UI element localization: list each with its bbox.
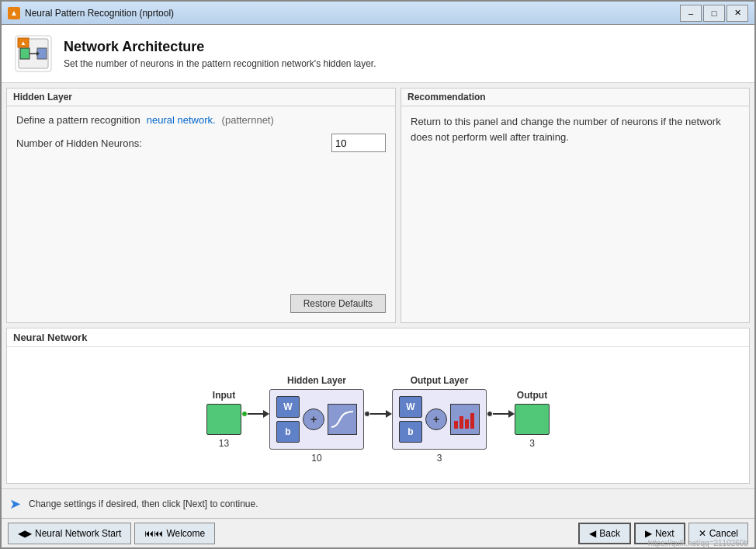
app-icon: ▲ <box>8 7 20 19</box>
hidden-layer-label: Hidden Layer <box>287 375 346 386</box>
header-text: Network Architecture Set the number of n… <box>64 39 376 69</box>
input-box <box>206 404 241 435</box>
input-label: Input <box>213 390 235 401</box>
right-panel: Recommendation Return to this panel and … <box>401 88 750 323</box>
close-button[interactable]: ✕ <box>727 5 748 22</box>
hidden-layer-group: Hidden Layer W b + <box>269 375 364 464</box>
arrow-head-3 <box>508 410 515 418</box>
func-box-hidden <box>328 404 357 435</box>
hidden-num: 10 <box>311 453 321 464</box>
input-num: 13 <box>219 438 229 449</box>
welcome-label: Welcome <box>166 528 205 539</box>
svg-text:▲: ▲ <box>20 40 26 47</box>
b-box-output: b <box>399 421 422 443</box>
nn-container: Input 13 Hidden Layer <box>206 375 550 464</box>
back-button[interactable]: ◀ Back <box>578 523 631 544</box>
output-layer-label: Output Layer <box>411 375 469 386</box>
nn-start-label: Neural Network Start <box>35 528 121 539</box>
neurons-row: Number of Hidden Neurons: <box>16 134 386 152</box>
cancel-icon: ✕ <box>699 528 706 539</box>
header: ▲ Network Architecture Set the number of… <box>2 25 754 83</box>
output-group: Output 3 <box>515 390 550 449</box>
svg-rect-12 <box>465 419 469 429</box>
cancel-label: Cancel <box>709 528 738 539</box>
patternnet-text: (patternnet) <box>222 114 274 126</box>
output-num: 3 <box>437 453 442 464</box>
arrow-line-3 <box>493 413 508 415</box>
back-icon: ◀ <box>589 528 596 539</box>
arrow-hidden-output <box>364 410 392 418</box>
sum-box-hidden: + <box>303 408 324 430</box>
left-panel: Hidden Layer Define a pattern recognitio… <box>6 88 396 323</box>
title-bar: ▲ Neural Pattern Recognition (nprtool) –… <box>2 2 754 25</box>
window-title: Neural Pattern Recognition (nprtool) <box>25 8 680 19</box>
define-row: Define a pattern recognition neural netw… <box>16 114 386 126</box>
restore-defaults-button[interactable]: Restore Defaults <box>290 294 386 313</box>
wb-stack-output: W b <box>399 396 422 443</box>
watermark: https://qulk.net/qq=2110260b <box>648 539 748 547</box>
nn-start-icon: ◀▶ <box>18 528 32 539</box>
main-window: ▲ Neural Pattern Recognition (nprtool) –… <box>0 0 756 549</box>
page-title: Network Architecture <box>64 39 376 55</box>
w-box-output: W <box>399 396 422 418</box>
arrow-head-2 <box>386 410 392 418</box>
svg-rect-11 <box>459 416 463 429</box>
neurons-input[interactable] <box>331 134 386 152</box>
define-text: Define a pattern recognition <box>16 114 140 126</box>
info-text: Change settings if desired, then click [… <box>29 499 747 509</box>
next-icon: ▶ <box>645 528 652 539</box>
dot-2 <box>364 411 370 417</box>
input-group: Input 13 <box>206 390 241 449</box>
welcome-button[interactable]: ⏮⏮ Welcome <box>134 523 215 544</box>
top-panels: Hidden Layer Define a pattern recognitio… <box>2 83 754 328</box>
svg-rect-13 <box>470 413 474 429</box>
output-box <box>515 404 550 435</box>
nn-start-button[interactable]: ◀▶ Neural Network Start <box>8 523 131 544</box>
dot-3 <box>487 411 493 417</box>
wb-stack-hidden: W b <box>276 396 300 443</box>
arrow-input-hidden <box>241 410 269 418</box>
arrow-output-final <box>487 410 515 418</box>
next-label: Next <box>655 528 675 539</box>
svg-rect-10 <box>454 421 458 429</box>
arrow-line-1 <box>248 413 263 415</box>
svg-rect-2 <box>20 48 29 59</box>
footer-left: ◀▶ Neural Network Start ⏮⏮ Welcome <box>8 523 215 544</box>
neural-network-link[interactable]: neural network. <box>147 114 216 126</box>
network-section: Neural Network Input 13 <box>6 328 750 484</box>
output-layer-group: Output Layer W b + <box>392 375 487 464</box>
bottom-bar: ➤ Change settings if desired, then click… <box>2 488 754 518</box>
output-right-num: 3 <box>529 438 535 449</box>
network-title: Neural Network <box>7 328 749 347</box>
arrow-line-2 <box>370 413 386 415</box>
back-label: Back <box>599 528 620 539</box>
dot-1 <box>241 411 248 417</box>
b-box-hidden: b <box>276 421 300 443</box>
output-label: Output <box>517 390 547 401</box>
left-panel-body: Define a pattern recognition neural netw… <box>7 106 395 294</box>
info-icon: ➤ <box>9 495 21 513</box>
neurons-label: Number of Hidden Neurons: <box>16 137 331 149</box>
svg-rect-8 <box>328 405 356 433</box>
right-panel-body: Return to this panel and change the numb… <box>401 106 749 322</box>
header-icon: ▲ <box>14 34 53 73</box>
left-panel-title: Hidden Layer <box>7 89 395 106</box>
maximize-button[interactable]: □ <box>703 5 725 22</box>
sum-box-output: + <box>425 408 447 430</box>
output-layer-box: W b + <box>392 389 487 450</box>
footer: ◀▶ Neural Network Start ⏮⏮ Welcome ◀ Bac… <box>2 518 754 547</box>
arrow-head-1 <box>263 410 269 418</box>
w-box-hidden: W <box>276 396 300 418</box>
hidden-layer-box: W b + <box>269 389 364 450</box>
page-subtitle: Set the number of neurons in the pattern… <box>64 58 376 69</box>
chart-box-output <box>450 404 480 435</box>
welcome-icon: ⏮⏮ <box>144 528 163 539</box>
content-area: Hidden Layer Define a pattern recognitio… <box>2 83 754 518</box>
right-panel-title: Recommendation <box>401 89 749 106</box>
network-diagram: Input 13 Hidden Layer <box>7 347 749 483</box>
minimize-button[interactable]: – <box>680 5 702 22</box>
window-controls: – □ ✕ <box>680 5 748 22</box>
recommendation-text: Return to this panel and change the numb… <box>411 114 740 144</box>
